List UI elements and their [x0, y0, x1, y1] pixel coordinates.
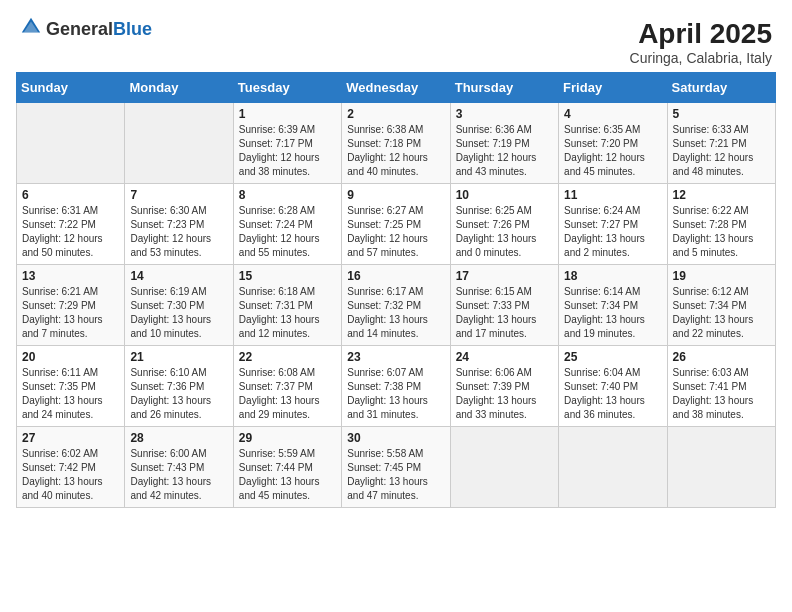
cell-details: Sunrise: 5:58 AMSunset: 7:45 PMDaylight:…	[347, 447, 444, 503]
day-number: 19	[673, 269, 770, 283]
cell-details: Sunrise: 6:35 AMSunset: 7:20 PMDaylight:…	[564, 123, 661, 179]
cell-4-5: 24Sunrise: 6:06 AMSunset: 7:39 PMDayligh…	[450, 346, 558, 427]
cell-details: Sunrise: 6:06 AMSunset: 7:39 PMDaylight:…	[456, 366, 553, 422]
day-number: 22	[239, 350, 336, 364]
cell-details: Sunrise: 6:00 AMSunset: 7:43 PMDaylight:…	[130, 447, 227, 503]
day-number: 12	[673, 188, 770, 202]
cell-details: Sunrise: 6:28 AMSunset: 7:24 PMDaylight:…	[239, 204, 336, 260]
day-number: 11	[564, 188, 661, 202]
day-number: 16	[347, 269, 444, 283]
day-number: 9	[347, 188, 444, 202]
main-title: April 2025	[630, 18, 772, 50]
cell-details: Sunrise: 6:14 AMSunset: 7:34 PMDaylight:…	[564, 285, 661, 341]
day-number: 25	[564, 350, 661, 364]
subtitle: Curinga, Calabria, Italy	[630, 50, 772, 66]
cell-4-1: 20Sunrise: 6:11 AMSunset: 7:35 PMDayligh…	[17, 346, 125, 427]
day-number: 1	[239, 107, 336, 121]
cell-details: Sunrise: 6:12 AMSunset: 7:34 PMDaylight:…	[673, 285, 770, 341]
day-number: 10	[456, 188, 553, 202]
cell-5-5	[450, 427, 558, 508]
logo-icon	[20, 16, 42, 38]
cell-5-1: 27Sunrise: 6:02 AMSunset: 7:42 PMDayligh…	[17, 427, 125, 508]
cell-details: Sunrise: 6:19 AMSunset: 7:30 PMDaylight:…	[130, 285, 227, 341]
day-number: 26	[673, 350, 770, 364]
day-number: 8	[239, 188, 336, 202]
week-row-3: 13Sunrise: 6:21 AMSunset: 7:29 PMDayligh…	[17, 265, 776, 346]
day-number: 23	[347, 350, 444, 364]
calendar-header: Sunday Monday Tuesday Wednesday Thursday…	[17, 73, 776, 103]
header: General Blue April 2025 Curinga, Calabri…	[10, 10, 782, 72]
cell-3-7: 19Sunrise: 6:12 AMSunset: 7:34 PMDayligh…	[667, 265, 775, 346]
cell-3-6: 18Sunrise: 6:14 AMSunset: 7:34 PMDayligh…	[559, 265, 667, 346]
cell-2-6: 11Sunrise: 6:24 AMSunset: 7:27 PMDayligh…	[559, 184, 667, 265]
cell-2-5: 10Sunrise: 6:25 AMSunset: 7:26 PMDayligh…	[450, 184, 558, 265]
week-row-1: 1Sunrise: 6:39 AMSunset: 7:17 PMDaylight…	[17, 103, 776, 184]
title-area: April 2025 Curinga, Calabria, Italy	[630, 18, 772, 66]
day-number: 28	[130, 431, 227, 445]
cell-details: Sunrise: 6:07 AMSunset: 7:38 PMDaylight:…	[347, 366, 444, 422]
cell-details: Sunrise: 6:27 AMSunset: 7:25 PMDaylight:…	[347, 204, 444, 260]
cell-2-1: 6Sunrise: 6:31 AMSunset: 7:22 PMDaylight…	[17, 184, 125, 265]
week-row-2: 6Sunrise: 6:31 AMSunset: 7:22 PMDaylight…	[17, 184, 776, 265]
cell-2-4: 9Sunrise: 6:27 AMSunset: 7:25 PMDaylight…	[342, 184, 450, 265]
cell-details: Sunrise: 6:25 AMSunset: 7:26 PMDaylight:…	[456, 204, 553, 260]
week-row-5: 27Sunrise: 6:02 AMSunset: 7:42 PMDayligh…	[17, 427, 776, 508]
cell-details: Sunrise: 6:33 AMSunset: 7:21 PMDaylight:…	[673, 123, 770, 179]
cell-1-3: 1Sunrise: 6:39 AMSunset: 7:17 PMDaylight…	[233, 103, 341, 184]
cell-5-3: 29Sunrise: 5:59 AMSunset: 7:44 PMDayligh…	[233, 427, 341, 508]
cell-4-2: 21Sunrise: 6:10 AMSunset: 7:36 PMDayligh…	[125, 346, 233, 427]
cell-1-2	[125, 103, 233, 184]
logo-general: General	[46, 20, 113, 38]
cell-details: Sunrise: 6:11 AMSunset: 7:35 PMDaylight:…	[22, 366, 119, 422]
day-number: 4	[564, 107, 661, 121]
col-sunday: Sunday	[17, 73, 125, 103]
cell-4-4: 23Sunrise: 6:07 AMSunset: 7:38 PMDayligh…	[342, 346, 450, 427]
cell-5-6	[559, 427, 667, 508]
col-monday: Monday	[125, 73, 233, 103]
cell-details: Sunrise: 6:36 AMSunset: 7:19 PMDaylight:…	[456, 123, 553, 179]
cell-2-7: 12Sunrise: 6:22 AMSunset: 7:28 PMDayligh…	[667, 184, 775, 265]
day-number: 27	[22, 431, 119, 445]
cell-details: Sunrise: 6:15 AMSunset: 7:33 PMDaylight:…	[456, 285, 553, 341]
day-number: 6	[22, 188, 119, 202]
day-number: 14	[130, 269, 227, 283]
cell-details: Sunrise: 6:04 AMSunset: 7:40 PMDaylight:…	[564, 366, 661, 422]
cell-details: Sunrise: 6:03 AMSunset: 7:41 PMDaylight:…	[673, 366, 770, 422]
cell-details: Sunrise: 6:22 AMSunset: 7:28 PMDaylight:…	[673, 204, 770, 260]
cell-3-3: 15Sunrise: 6:18 AMSunset: 7:31 PMDayligh…	[233, 265, 341, 346]
cell-details: Sunrise: 6:02 AMSunset: 7:42 PMDaylight:…	[22, 447, 119, 503]
cell-details: Sunrise: 6:38 AMSunset: 7:18 PMDaylight:…	[347, 123, 444, 179]
cell-details: Sunrise: 6:31 AMSunset: 7:22 PMDaylight:…	[22, 204, 119, 260]
cell-1-4: 2Sunrise: 6:38 AMSunset: 7:18 PMDaylight…	[342, 103, 450, 184]
cell-2-3: 8Sunrise: 6:28 AMSunset: 7:24 PMDaylight…	[233, 184, 341, 265]
logo-blue: Blue	[113, 20, 152, 38]
cell-1-7: 5Sunrise: 6:33 AMSunset: 7:21 PMDaylight…	[667, 103, 775, 184]
logo: General Blue	[20, 18, 152, 40]
cell-details: Sunrise: 6:30 AMSunset: 7:23 PMDaylight:…	[130, 204, 227, 260]
day-number: 20	[22, 350, 119, 364]
day-number: 21	[130, 350, 227, 364]
day-number: 18	[564, 269, 661, 283]
day-number: 15	[239, 269, 336, 283]
cell-1-1	[17, 103, 125, 184]
cell-5-2: 28Sunrise: 6:00 AMSunset: 7:43 PMDayligh…	[125, 427, 233, 508]
day-number: 30	[347, 431, 444, 445]
col-saturday: Saturday	[667, 73, 775, 103]
calendar: Sunday Monday Tuesday Wednesday Thursday…	[10, 72, 782, 514]
col-thursday: Thursday	[450, 73, 558, 103]
cell-4-6: 25Sunrise: 6:04 AMSunset: 7:40 PMDayligh…	[559, 346, 667, 427]
day-number: 5	[673, 107, 770, 121]
cell-5-4: 30Sunrise: 5:58 AMSunset: 7:45 PMDayligh…	[342, 427, 450, 508]
day-number: 2	[347, 107, 444, 121]
cell-1-5: 3Sunrise: 6:36 AMSunset: 7:19 PMDaylight…	[450, 103, 558, 184]
cell-3-4: 16Sunrise: 6:17 AMSunset: 7:32 PMDayligh…	[342, 265, 450, 346]
cell-details: Sunrise: 6:39 AMSunset: 7:17 PMDaylight:…	[239, 123, 336, 179]
week-row-4: 20Sunrise: 6:11 AMSunset: 7:35 PMDayligh…	[17, 346, 776, 427]
cell-3-2: 14Sunrise: 6:19 AMSunset: 7:30 PMDayligh…	[125, 265, 233, 346]
cell-details: Sunrise: 6:08 AMSunset: 7:37 PMDaylight:…	[239, 366, 336, 422]
cell-4-3: 22Sunrise: 6:08 AMSunset: 7:37 PMDayligh…	[233, 346, 341, 427]
calendar-body: 1Sunrise: 6:39 AMSunset: 7:17 PMDaylight…	[17, 103, 776, 508]
cell-details: Sunrise: 6:24 AMSunset: 7:27 PMDaylight:…	[564, 204, 661, 260]
cell-3-1: 13Sunrise: 6:21 AMSunset: 7:29 PMDayligh…	[17, 265, 125, 346]
calendar-table: Sunday Monday Tuesday Wednesday Thursday…	[16, 72, 776, 508]
